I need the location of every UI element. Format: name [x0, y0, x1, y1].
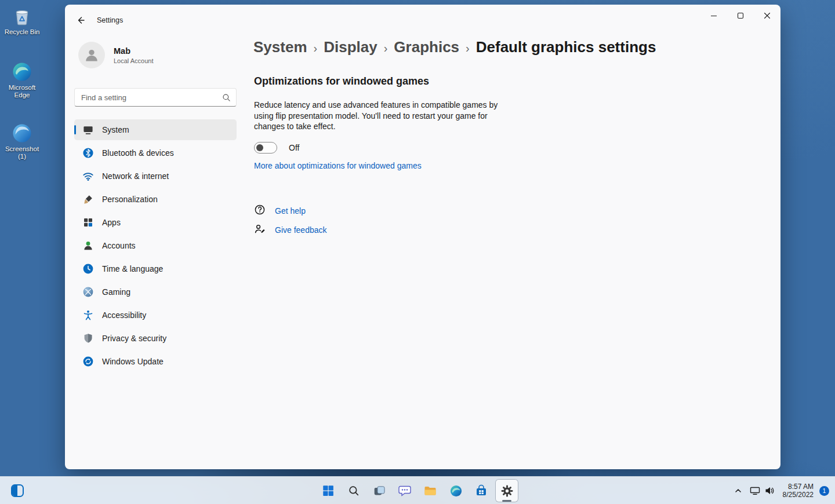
window-title: Settings [97, 16, 123, 24]
give-feedback-icon [254, 223, 266, 237]
minimize-button[interactable] [700, 5, 727, 27]
desktop-icon-label: Recycle Bin [5, 28, 40, 36]
settings-taskbar-button[interactable] [495, 479, 518, 502]
tray-overflow-button[interactable] [731, 479, 746, 502]
minimize-icon [710, 12, 717, 19]
desktop: Recycle Bin Microsoft Edge Screenshot (1… [0, 0, 835, 504]
notification-badge[interactable]: 1 [819, 486, 829, 496]
desktop-icon-label: Screenshot (1) [3, 145, 41, 160]
close-icon [764, 12, 771, 19]
file-explorer-button[interactable] [419, 479, 442, 502]
avatar [78, 42, 105, 68]
sidebar-item-label: Windows Update [102, 357, 164, 366]
task-view-icon [373, 484, 386, 498]
more-about-link[interactable]: More about optimizations for windowed ga… [254, 161, 422, 170]
taskbar-search-button[interactable] [342, 479, 365, 502]
chat-button[interactable] [393, 479, 416, 502]
get-help-row: Get help [254, 204, 306, 218]
sidebar-item-label: Accessibility [102, 311, 146, 320]
breadcrumb-separator: › [314, 40, 318, 55]
breadcrumb-system[interactable]: System [253, 38, 307, 56]
sidebar-item-system[interactable]: System [74, 119, 237, 140]
store-bag-icon [474, 484, 488, 498]
sidebar-item-label: Personalization [102, 195, 158, 204]
volume-icon [764, 485, 775, 496]
search-box [74, 88, 237, 107]
windowed-games-toggle[interactable] [254, 142, 277, 154]
sidebar-item-bluetooth-devices[interactable]: Bluetooth & devices [74, 143, 237, 163]
sidebar-item-network-internet[interactable]: Network & internet [74, 166, 237, 187]
settings-window: Settings [65, 5, 780, 469]
breadcrumb-display[interactable]: Display [324, 38, 377, 56]
edge-icon [449, 484, 463, 498]
close-button[interactable] [754, 5, 780, 27]
sidebar-item-accessibility[interactable]: Accessibility [74, 305, 237, 326]
search-icon [222, 93, 231, 104]
recycle-bin-icon [12, 6, 32, 27]
search-icon [348, 485, 360, 497]
network-icon [750, 485, 760, 496]
accounts-person-icon [82, 240, 94, 251]
sidebar-item-label: Network & internet [102, 171, 169, 181]
desktop-icon-microsoft-edge[interactable]: Microsoft Edge [1, 61, 43, 99]
get-help-link[interactable]: Get help [275, 206, 306, 216]
folder-icon [423, 484, 437, 498]
edge-icon [12, 61, 32, 82]
sidebar-item-windows-update[interactable]: Windows Update [74, 351, 237, 372]
edge-button[interactable] [444, 479, 467, 502]
sidebar-item-apps[interactable]: Apps [74, 212, 237, 233]
clock-date: 8/25/2022 [783, 491, 814, 499]
chat-bubble-icon [398, 484, 412, 498]
titlebar: Settings [65, 5, 780, 28]
bluetooth-icon [82, 147, 94, 159]
selected-indicator [74, 125, 76, 134]
toggle-state-label: Off [289, 143, 299, 152]
start-button[interactable] [317, 479, 340, 502]
desktop-icon-screenshot[interactable]: Screenshot (1) [1, 123, 43, 160]
sidebar-item-privacy-security[interactable]: Privacy & security [74, 328, 237, 349]
give-feedback-link[interactable]: Give feedback [275, 225, 327, 235]
sidebar-item-accounts[interactable]: Accounts [74, 235, 237, 256]
sidebar-item-gaming[interactable]: Gaming [74, 282, 237, 302]
xbox-sphere-icon [82, 286, 94, 298]
person-icon [84, 47, 100, 63]
screenshot-file-icon [12, 123, 32, 144]
window-controls [700, 5, 780, 27]
toggle-knob [256, 144, 263, 151]
breadcrumb: System › Display › Graphics › Default gr… [253, 38, 656, 56]
accessibility-icon [82, 309, 94, 321]
task-view-button[interactable] [368, 479, 391, 502]
sidebar-item-label: Apps [102, 218, 121, 227]
sidebar-item-label: System [102, 125, 129, 134]
sidebar-item-label: Bluetooth & devices [102, 148, 174, 158]
user-account-card[interactable]: Mab Local Account [78, 42, 154, 68]
wifi-icon [82, 170, 94, 182]
system-icon [82, 124, 94, 136]
quick-settings-button[interactable] [746, 479, 779, 502]
sidebar-item-label: Gaming [102, 287, 130, 297]
update-arrows-icon [82, 356, 94, 367]
clock[interactable]: 8:57 AM 8/25/2022 [779, 483, 818, 499]
toggle-row: Off [254, 142, 299, 154]
widgets-icon [10, 483, 25, 498]
sidebar-item-time-language[interactable]: Time & language [74, 258, 237, 279]
maximize-button[interactable] [727, 5, 754, 27]
search-input[interactable] [75, 89, 236, 106]
give-feedback-row: Give feedback [254, 223, 327, 237]
sidebar-item-label: Privacy & security [102, 334, 166, 343]
breadcrumb-graphics[interactable]: Graphics [394, 38, 459, 56]
settings-nav: System Bluetooth & devices [74, 119, 237, 374]
sidebar-item-label: Time & language [102, 264, 163, 273]
user-name: Mab [114, 46, 154, 56]
widgets-button[interactable] [6, 479, 29, 502]
sidebar-item-personalization[interactable]: Personalization [74, 189, 237, 210]
section-heading: Optimizations for windowed games [254, 75, 429, 87]
desktop-icon-recycle-bin[interactable]: Recycle Bin [1, 6, 43, 36]
desktop-icon-label: Microsoft Edge [3, 84, 41, 99]
microsoft-store-button[interactable] [470, 479, 493, 502]
back-button[interactable] [71, 13, 90, 28]
get-help-icon [254, 204, 266, 218]
windows-logo-icon [322, 484, 335, 497]
sidebar-item-label: Accounts [102, 241, 136, 250]
breadcrumb-separator: › [466, 40, 470, 55]
